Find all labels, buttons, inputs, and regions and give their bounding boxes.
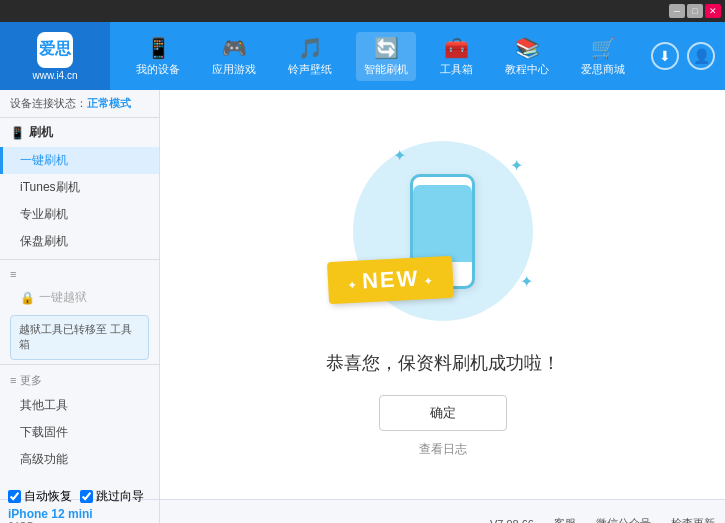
footer: 自动恢复 跳过向导 iPhone 12 mini 64GB Down-12min…: [0, 499, 725, 523]
jailbreak-menu-icon: ≡: [10, 268, 16, 280]
sparkle-2: ✦: [510, 156, 523, 175]
auto-restore-label: 自动恢复: [24, 488, 72, 505]
auto-restore-input[interactable]: [8, 490, 21, 503]
sidebar-item-advanced[interactable]: 高级功能: [0, 446, 159, 473]
nav-item-apps-label: 应用游戏: [212, 62, 256, 77]
sidebar-item-one-key-flash[interactable]: 一键刷机: [0, 147, 159, 174]
nav-item-tutorial[interactable]: 📚 教程中心: [497, 32, 557, 81]
sidebar-item-download-firmware[interactable]: 下载固件: [0, 419, 159, 446]
sidebar: 设备连接状态：正常模式 📱 刷机 一键刷机 iTunes刷机 专业刷机 保盘刷机…: [0, 90, 160, 499]
nav-item-my-device-label: 我的设备: [136, 62, 180, 77]
nav-item-my-device[interactable]: 📱 我的设备: [128, 32, 188, 81]
logo-area: 爱思 www.i4.cn: [0, 22, 110, 90]
maximize-button[interactable]: □: [687, 4, 703, 18]
title-bar: ─ □ ✕: [0, 0, 725, 22]
more-section-header: ≡ 更多: [0, 369, 159, 392]
tutorial-icon: 📚: [515, 36, 540, 60]
logo-icon: 爱思: [37, 32, 73, 68]
skip-wizard-input[interactable]: [80, 490, 93, 503]
logo-text: www.i4.cn: [32, 70, 77, 81]
logo-symbol: 爱思: [39, 39, 71, 60]
nav-items: 📱 我的设备 🎮 应用游戏 🎵 铃声壁纸 🔄 智能刷机 🧰 工具箱 📚 教程中心…: [110, 22, 651, 90]
skip-wizard-checkbox[interactable]: 跳过向导: [80, 488, 144, 505]
content: NEW ✦ ✦ ✦ 恭喜您，保资料刷机成功啦！ 确定 查看日志: [160, 90, 725, 499]
sidebar-item-save-flash[interactable]: 保盘刷机: [0, 228, 159, 255]
sparkle-3: ✦: [520, 272, 533, 291]
nav-item-shop[interactable]: 🛒 爱思商城: [573, 32, 633, 81]
sidebar-item-other-tools[interactable]: 其他工具: [0, 392, 159, 419]
smart-flash-icon: 🔄: [374, 36, 399, 60]
nav-item-wallpaper[interactable]: 🎵 铃声壁纸: [280, 32, 340, 81]
more-section-label: 更多: [20, 373, 42, 388]
connection-status: 设备连接状态：正常模式: [0, 90, 159, 118]
sidebar-item-pro-flash[interactable]: 专业刷机: [0, 201, 159, 228]
download-button[interactable]: ⬇: [651, 42, 679, 70]
service-link[interactable]: 客服: [554, 516, 576, 523]
nav-item-toolbox-label: 工具箱: [440, 62, 473, 77]
user-button[interactable]: 👤: [687, 42, 715, 70]
nav-item-apps[interactable]: 🎮 应用游戏: [204, 32, 264, 81]
nav-item-tutorial-label: 教程中心: [505, 62, 549, 77]
new-badge: NEW: [326, 256, 453, 305]
header-right: ⬇ 👤: [651, 42, 725, 70]
wallpaper-icon: 🎵: [298, 36, 323, 60]
nav-item-shop-label: 爱思商城: [581, 62, 625, 77]
footer-checkboxes: 自动恢复 跳过向导: [8, 488, 151, 505]
toolbox-icon: 🧰: [444, 36, 469, 60]
nav-item-wallpaper-label: 铃声壁纸: [288, 62, 332, 77]
sidebar-item-itunes-flash[interactable]: iTunes刷机: [0, 174, 159, 201]
status-value: 正常模式: [87, 97, 131, 109]
skip-wizard-label: 跳过向导: [96, 488, 144, 505]
phone-screen: [413, 185, 472, 262]
close-button[interactable]: ✕: [705, 4, 721, 18]
main: 设备连接状态：正常模式 📱 刷机 一键刷机 iTunes刷机 专业刷机 保盘刷机…: [0, 90, 725, 499]
flash-section-label: 刷机: [29, 124, 53, 141]
update-link[interactable]: 检查更新: [671, 516, 715, 523]
nav-item-smart-flash-label: 智能刷机: [364, 62, 408, 77]
minimize-button[interactable]: ─: [669, 4, 685, 18]
apps-icon: 🎮: [222, 36, 247, 60]
jailbreak-note: 越狱工具已转移至 工具箱: [10, 315, 149, 360]
nav-item-toolbox[interactable]: 🧰 工具箱: [432, 32, 481, 81]
version-label: V7.98.66: [490, 518, 534, 524]
flash-section-icon: 📱: [10, 126, 25, 140]
success-illustration: NEW ✦ ✦ ✦: [333, 131, 553, 331]
divider-2: [0, 364, 159, 365]
footer-right: V7.98.66 客服 微信公众号 检查更新: [160, 500, 725, 523]
footer-left: 自动恢复 跳过向导 iPhone 12 mini 64GB Down-12min…: [0, 500, 160, 523]
nav-item-smart-flash[interactable]: 🔄 智能刷机: [356, 32, 416, 81]
my-device-icon: 📱: [146, 36, 171, 60]
more-menu-icon: ≡: [10, 374, 16, 386]
sidebar-item-jailbreak: 🔒 一键越狱: [0, 284, 159, 311]
jailbreak-group-header: ≡: [0, 264, 159, 284]
lock-icon: 🔒: [20, 291, 35, 305]
header: 爱思 www.i4.cn 📱 我的设备 🎮 应用游戏 🎵 铃声壁纸 🔄 智能刷机…: [0, 22, 725, 90]
footer-device: iPhone 12 mini 64GB Down-12mini-13,1: [8, 507, 151, 523]
wechat-link[interactable]: 微信公众号: [596, 516, 651, 523]
view-journal-link[interactable]: 查看日志: [419, 441, 467, 458]
confirm-button[interactable]: 确定: [379, 395, 507, 431]
jailbreak-label: 一键越狱: [39, 289, 87, 306]
divider-1: [0, 259, 159, 260]
sparkle-1: ✦: [393, 146, 406, 165]
device-name: iPhone 12 mini: [8, 507, 151, 521]
success-text: 恭喜您，保资料刷机成功啦！: [326, 351, 560, 375]
status-label: 设备连接状态：: [10, 97, 87, 109]
flash-section-header: 📱 刷机: [0, 118, 159, 147]
auto-restore-checkbox[interactable]: 自动恢复: [8, 488, 72, 505]
shop-icon: 🛒: [591, 36, 616, 60]
